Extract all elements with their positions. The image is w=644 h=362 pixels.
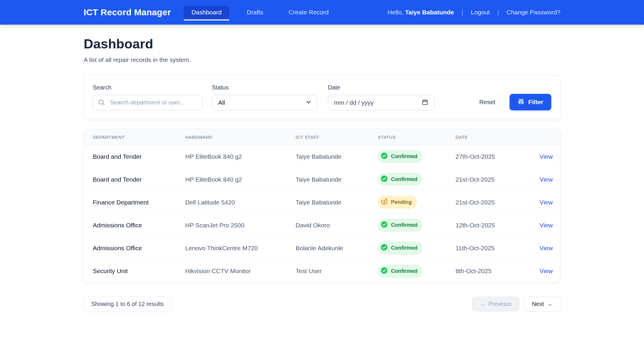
nav-separator: |	[497, 9, 499, 16]
cell-hardware: Hikvision CCTV Monitor	[185, 268, 296, 275]
page-title: Dashboard	[84, 36, 560, 52]
cell-date: 11th-Oct-2025	[456, 245, 540, 252]
cell-date: 21st-Oct-2025	[456, 199, 540, 206]
cell-hardware: HP EliteBook 840 g2	[185, 176, 296, 183]
date-placeholder: mm / dd / yyyy	[334, 99, 374, 106]
cell-hardware: Lenovo ThinkCentre M720	[185, 245, 296, 252]
user-name: Taiye Babatunde	[405, 9, 454, 16]
next-button[interactable]: Next →	[524, 297, 560, 312]
check-circle-icon	[380, 243, 388, 253]
status-label: Confirmed	[391, 222, 417, 228]
table-row: Admissions Office HP ScanJet Pro 2500 Da…	[84, 214, 560, 237]
table-header-row: DEPARTMENT HARDWARE ICT STAFF STATUS DAT…	[84, 129, 560, 145]
change-password-link[interactable]: Change Password?	[507, 9, 560, 16]
previous-button[interactable]: ← Previous	[472, 297, 519, 312]
table-row: Board and Tender HP EliteBook 840 g2 Tai…	[84, 168, 560, 191]
app-brand: ICT Record Manager	[84, 7, 171, 17]
tab-drafts[interactable]: Drafts	[239, 6, 271, 19]
results-summary: Showing 1 to 6 of 12 results	[84, 296, 171, 312]
table-row: Finance Department Dell Latitude 5420 Ta…	[84, 191, 560, 214]
navbar: ICT Record Manager Dashboard Drafts Crea…	[0, 0, 644, 25]
view-link[interactable]: View	[540, 153, 553, 160]
status-label: Confirmed	[391, 268, 417, 274]
sliders-icon	[517, 98, 525, 106]
column-header-status: STATUS	[378, 135, 456, 140]
calendar-icon	[422, 99, 429, 107]
hourglass-icon	[380, 198, 388, 207]
tab-create-record[interactable]: Create Record	[281, 6, 336, 19]
status-selected-value: All	[218, 99, 225, 106]
active-tab-underline	[184, 19, 229, 21]
table-row: Board and Tender HP EliteBook 840 g2 Tai…	[84, 145, 560, 168]
logout-link[interactable]: Logout	[471, 9, 490, 16]
view-link[interactable]: View	[540, 199, 553, 206]
cell-department: Admissions Office	[84, 245, 185, 252]
status-label: Confirmed	[391, 176, 417, 182]
next-button-label: Next	[532, 301, 544, 307]
page-subtitle: A list of all repair records in the syst…	[84, 56, 560, 63]
tab-dashboard[interactable]: Dashboard	[184, 6, 229, 19]
status-badge: Pending	[378, 196, 417, 209]
status-badge: Confirmed	[378, 173, 423, 186]
date-label: Date	[328, 84, 435, 91]
column-header-hardware: HARDWARE	[185, 135, 296, 140]
view-link[interactable]: View	[540, 268, 553, 274]
nav-separator: |	[462, 9, 463, 16]
status-select[interactable]: All	[212, 95, 318, 110]
filter-card: Search Status All	[84, 75, 560, 120]
right-arrow-icon: →	[547, 301, 552, 307]
cell-hardware: HP EliteBook 840 g2	[185, 153, 296, 160]
cell-department: Board and Tender	[84, 176, 185, 183]
filter-button[interactable]: Filter	[510, 94, 551, 110]
cell-hardware: HP ScanJet Pro 2500	[185, 222, 296, 229]
status-badge: Confirmed	[378, 150, 423, 163]
table-body: Board and Tender HP EliteBook 840 g2 Tai…	[84, 145, 560, 283]
previous-button-label: Previous	[488, 301, 511, 307]
cell-ict-staff: David Okoro	[296, 222, 378, 229]
cell-ict-staff: Bolanle Adekunle	[296, 245, 378, 252]
table-row: Admissions Office Lenovo ThinkCentre M72…	[84, 237, 560, 260]
cell-date: 12th-Oct-2025	[456, 222, 540, 229]
user-greeting: Hello, Taiye Babatunde	[388, 9, 454, 16]
left-arrow-icon: ←	[480, 301, 486, 307]
pagination: Showing 1 to 6 of 12 results ← Previous …	[84, 296, 560, 312]
status-badge: Confirmed	[378, 265, 423, 278]
cell-department: Finance Department	[84, 199, 185, 206]
search-icon	[98, 99, 105, 107]
check-circle-icon	[380, 267, 388, 276]
filter-button-label: Filter	[528, 99, 543, 106]
tab-create-record-label: Create Record	[289, 9, 329, 16]
status-label: Confirmed	[391, 153, 417, 160]
cell-ict-staff: Test User	[296, 268, 378, 275]
view-link[interactable]: View	[540, 245, 553, 251]
cell-ict-staff: Taiye Babatunde	[296, 176, 378, 183]
status-label: Confirmed	[391, 245, 417, 251]
view-link[interactable]: View	[540, 222, 553, 229]
cell-ict-staff: Taiye Babatunde	[296, 153, 378, 160]
check-circle-icon	[380, 175, 388, 184]
cell-date: 27th-Oct-2025	[456, 153, 540, 160]
status-label: Status	[212, 84, 318, 91]
check-circle-icon	[380, 221, 388, 230]
status-badge: Confirmed	[378, 219, 423, 232]
date-input[interactable]: mm / dd / yyyy	[328, 95, 435, 110]
reset-button[interactable]: Reset	[479, 99, 495, 106]
main-nav: Dashboard Drafts Create Record	[184, 0, 336, 25]
tab-drafts-label: Drafts	[247, 9, 263, 16]
search-input[interactable]	[93, 95, 203, 110]
cell-department: Security Unit	[84, 268, 185, 275]
view-link[interactable]: View	[540, 176, 553, 183]
search-label: Search	[93, 84, 203, 91]
column-header-date: DATE	[456, 135, 540, 140]
column-header-department: DEPARTMENT	[84, 135, 185, 140]
main-content: Dashboard A list of all repair records i…	[84, 36, 560, 312]
cell-department: Board and Tender	[84, 153, 185, 160]
cell-date: 21st-Oct-2025	[456, 176, 540, 183]
column-header-ict-staff: ICT STAFF	[296, 135, 378, 140]
status-badge: Confirmed	[378, 241, 423, 255]
table-row: Security Unit Hikvision CCTV Monitor Tes…	[84, 260, 560, 283]
check-circle-icon	[380, 152, 388, 161]
cell-date: 8th-Oct-2025	[456, 268, 540, 275]
cell-ict-staff: Taiye Babatunde	[296, 199, 378, 206]
cell-hardware: Dell Latitude 5420	[185, 199, 296, 206]
